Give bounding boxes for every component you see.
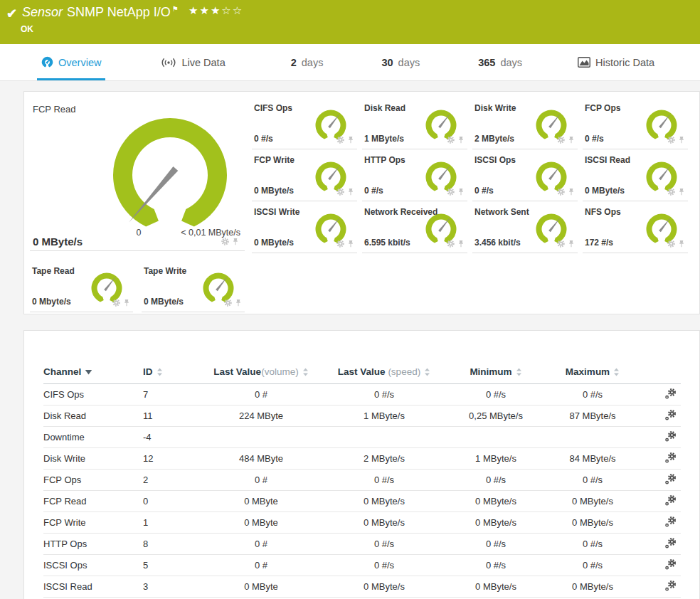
pin-icon[interactable]: [568, 134, 575, 147]
channel-settings-icon[interactable]: [664, 473, 681, 487]
channel-settings-icon[interactable]: [664, 494, 681, 509]
table-row-iscsi-ops[interactable]: ISCSI Ops50 #0 #/s0 #/s0 #/s: [43, 555, 681, 576]
pin-icon[interactable]: [678, 186, 685, 198]
gauge-cell-actions[interactable]: [224, 297, 242, 309]
gear-icon[interactable]: [557, 186, 565, 198]
column-header-id[interactable]: ID: [143, 362, 201, 384]
gear-icon[interactable]: [336, 134, 344, 147]
pin-icon[interactable]: [457, 238, 465, 250]
gauge-cell-iscsi-write[interactable]: ISCSI Write0 MByte/s: [252, 201, 357, 253]
pin-icon[interactable]: [347, 134, 354, 147]
pin-icon[interactable]: [678, 238, 685, 250]
gauge-cell-fcp-read[interactable]: FCP Read 0 < 0,01 MByte/s 0 MByte/s: [30, 97, 245, 251]
gauge-cell-tape-write[interactable]: Tape Write0 MByte/s: [142, 260, 245, 312]
gauge-cell-actions[interactable]: [447, 238, 465, 250]
pin-icon[interactable]: [232, 235, 239, 248]
gauge-cell-actions[interactable]: [557, 186, 575, 198]
column-label: Minimum: [470, 366, 511, 377]
tab-365-days[interactable]: 365days: [474, 44, 526, 80]
gauge-cell-network-sent[interactable]: Network Sent3.456 kbit/s: [472, 201, 578, 253]
column-header-last-value[interactable]: Last Value(volume): [201, 362, 321, 384]
gauge-cell-disk-read[interactable]: Disk Read1 MByte/s: [362, 97, 467, 149]
last-value-volume: 0 #: [201, 555, 321, 576]
pin-icon[interactable]: [457, 186, 465, 198]
gauge-cell-actions[interactable]: [336, 134, 354, 147]
channel-settings-icon[interactable]: [664, 409, 681, 423]
table-row-fcp-ops[interactable]: FCP Ops20 #0 #/s0 #/s0 #/s: [43, 470, 681, 491]
gear-icon[interactable]: [667, 238, 675, 250]
pin-icon[interactable]: [347, 186, 354, 198]
tab-overview[interactable]: Overview: [37, 44, 105, 80]
gauge-cell-cifs-ops[interactable]: CIFS Ops0 #/s: [252, 97, 357, 149]
gear-icon[interactable]: [447, 238, 455, 250]
channel-settings-icon[interactable]: [664, 430, 681, 445]
channel-settings-icon[interactable]: [664, 388, 681, 402]
gauge-cell-fcp-ops[interactable]: FCP Ops0 #/s: [583, 97, 688, 149]
gear-icon[interactable]: [557, 134, 565, 147]
gear-icon[interactable]: [224, 297, 232, 309]
gauge-cell-iscsi-ops[interactable]: ISCSI Ops0 #/s: [472, 149, 578, 201]
gear-icon[interactable]: [557, 238, 565, 250]
channel-settings-icon[interactable]: [664, 516, 681, 530]
gauge-cell-actions[interactable]: [447, 186, 465, 198]
gauge-cell-actions[interactable]: [112, 297, 130, 309]
gear-icon[interactable]: [667, 186, 675, 198]
pin-icon[interactable]: [235, 297, 242, 309]
status-badge: OK: [21, 24, 33, 34]
gear-icon[interactable]: [221, 235, 229, 248]
gauge-cell-iscsi-read[interactable]: ISCSI Read0 MByte/s: [583, 149, 688, 201]
gauge-cell-actions[interactable]: [667, 238, 685, 250]
table-row-fcp-write[interactable]: FCP Write10 MByte0 MByte/s0 MByte/s0 MBy…: [43, 512, 681, 534]
gauge-cell-actions[interactable]: [557, 134, 575, 147]
gauge-cell-actions[interactable]: [667, 134, 685, 147]
tab-historic-data[interactable]: Historic Data: [573, 44, 659, 80]
table-row-disk-read[interactable]: Disk Read11224 MByte1 MByte/s0,25 MByte/…: [43, 405, 681, 427]
gauge-cell-actions[interactable]: [221, 235, 239, 248]
gear-icon[interactable]: [112, 297, 120, 309]
gauge-cell-http-ops[interactable]: HTTP Ops0 #/s: [362, 149, 467, 201]
pin-icon[interactable]: [123, 297, 130, 309]
gear-icon[interactable]: [336, 186, 344, 198]
pin-icon[interactable]: [678, 134, 685, 147]
channel-settings-icon[interactable]: [664, 558, 681, 573]
gauge-cell-actions[interactable]: [557, 238, 575, 250]
gauge-cell-actions[interactable]: [667, 186, 685, 198]
channel-settings-icon[interactable]: [664, 537, 681, 551]
flag-icon[interactable]: ⚑: [172, 5, 179, 13]
gear-icon[interactable]: [447, 186, 455, 198]
pin-icon[interactable]: [347, 238, 354, 250]
channel-settings-icon[interactable]: [664, 580, 681, 594]
column-header-last-value[interactable]: Last Value (speed): [321, 362, 447, 384]
gear-icon[interactable]: [336, 238, 344, 250]
gauge-cell-network-received[interactable]: Network Received6.595 kbit/s: [362, 201, 467, 253]
channel-name: HTTP Ops: [43, 534, 143, 555]
table-row-iscsi-read[interactable]: ISCSI Read30 MByte0 MByte/s0 MByte/s0 MB…: [43, 576, 681, 598]
gauge-cell-actions[interactable]: [447, 134, 465, 147]
gear-icon[interactable]: [667, 134, 675, 147]
table-row-disk-write[interactable]: Disk Write12484 MByte2 MByte/s1 MByte/s8…: [43, 448, 681, 470]
channel-settings-icon[interactable]: [664, 452, 681, 466]
gauge-cell-disk-write[interactable]: Disk Write2 MByte/s: [472, 97, 578, 149]
pin-icon[interactable]: [568, 238, 575, 250]
gauge-cell-fcp-write[interactable]: FCP Write0 MByte/s: [252, 149, 357, 201]
table-row-downtime[interactable]: Downtime-4: [43, 427, 681, 448]
priority-stars[interactable]: ★★★☆☆: [189, 4, 243, 17]
gauge-cell-actions[interactable]: [336, 238, 354, 250]
column-header-minimum[interactable]: Minimum: [447, 362, 544, 384]
pin-icon[interactable]: [457, 134, 465, 147]
tab-30-days[interactable]: 30days: [377, 44, 424, 80]
gauge-cell-nfs-ops[interactable]: NFS Ops172 #/s: [583, 201, 688, 253]
table-row-http-ops[interactable]: HTTP Ops80 #0 #/s0 #/s0 #/s: [43, 534, 681, 555]
gauge-cell-actions[interactable]: [336, 186, 354, 198]
tab-2-days[interactable]: 2days: [287, 44, 328, 80]
column-header-maximum[interactable]: Maximum: [544, 362, 641, 384]
gear-icon[interactable]: [447, 134, 455, 147]
tab-number: 30: [381, 57, 393, 68]
pin-icon[interactable]: [568, 186, 575, 198]
tab-live-data[interactable]: Live Data: [157, 44, 229, 80]
table-row-fcp-read[interactable]: FCP Read00 MByte0 MByte/s0 MByte/s0 MByt…: [43, 491, 681, 512]
table-row-cifs-ops[interactable]: CIFS Ops70 #0 #/s0 #/s0 #/s: [43, 384, 681, 405]
column-header-channel[interactable]: Channel: [43, 362, 143, 384]
gauge-cell-tape-read[interactable]: Tape Read0 Mbyte/s: [30, 260, 133, 312]
gauge-title: Tape Write: [144, 266, 186, 276]
